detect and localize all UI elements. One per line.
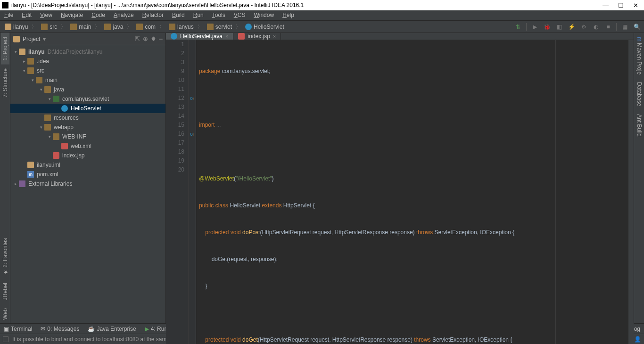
menu-refactor[interactable]: Refactor xyxy=(138,10,168,20)
crumb-helloservlet[interactable]: HelloServlet xyxy=(243,24,290,30)
tool-tab-database[interactable]: Database xyxy=(635,78,644,110)
project-sidebar: Project ▾ ⇱ ⊕ ✸ ⎼ ▾ ilanyu D:\IdeaProjec… xyxy=(10,33,166,323)
stop-button[interactable]: ■ xyxy=(604,23,612,31)
build-icon[interactable]: ⇅ xyxy=(514,23,522,31)
menu-help[interactable]: Help xyxy=(278,10,298,20)
maximize-button[interactable]: ☐ xyxy=(618,2,624,9)
menu-analyze[interactable]: Analyze xyxy=(109,10,138,20)
crumb-lanyus[interactable]: lanyus xyxy=(167,24,204,30)
menu-file[interactable]: File xyxy=(0,10,17,20)
tool-tab-ant[interactable]: Ant Build xyxy=(635,110,644,140)
menu-navigate[interactable]: Navigate xyxy=(57,10,87,20)
menu-window[interactable]: Window xyxy=(249,10,278,20)
tree-item[interactable]: resources xyxy=(10,113,165,123)
menu-build[interactable]: Build xyxy=(168,10,189,20)
close-button[interactable]: ✕ xyxy=(633,2,638,9)
tree-item[interactable]: ▾java xyxy=(10,85,165,94)
tree-item[interactable]: ▾webapp xyxy=(10,123,165,132)
tool-tab-jrebel[interactable]: JRebel xyxy=(1,279,9,304)
sidebar-title: Project xyxy=(23,36,40,42)
tool-tab-project[interactable]: 1: Project xyxy=(1,33,9,65)
menu-edit[interactable]: Edit xyxy=(17,10,36,20)
tool-java-enterprise[interactable]: ☕ Java Enterprise xyxy=(88,326,136,332)
tree-item[interactable]: web.xml xyxy=(10,141,165,151)
intellij-icon xyxy=(2,2,8,8)
tool-tab-favorites[interactable]: ★ 2: Favorites xyxy=(1,234,9,279)
breadcrumb[interactable]: ilanyusrcmainjavacomlanyusservletHelloSe… xyxy=(0,24,290,30)
hector-icon[interactable]: 👤 xyxy=(634,336,641,343)
menubar: FileEditViewNavigateCodeAnalyzeRefactorB… xyxy=(0,10,644,21)
menu-vcs[interactable]: VCS xyxy=(230,10,250,20)
editor-tab[interactable]: index.jsp × xyxy=(233,33,281,40)
code-editor[interactable]: package com.lanyus.servlet; import ... @… xyxy=(196,40,628,344)
tree-item[interactable]: HelloServlet xyxy=(10,104,165,113)
annotation-gutter: o↑ o↑ xyxy=(189,40,196,344)
tree-item[interactable]: ▾src xyxy=(10,66,165,75)
profile-button[interactable]: ◐ xyxy=(592,23,600,31)
debug-button[interactable]: 🐞 xyxy=(543,23,551,31)
tool-tab-structure[interactable]: 7: Structure xyxy=(1,65,9,101)
override-icon[interactable]: o↑ xyxy=(189,94,196,103)
tool-tab-web[interactable]: Web xyxy=(1,304,9,323)
crumb-src[interactable]: src xyxy=(39,24,67,30)
close-tab-icon[interactable]: × xyxy=(225,33,228,39)
navigation-bar: ilanyusrcmainjavacomlanyusservletHelloSe… xyxy=(0,21,644,33)
crumb-servlet[interactable]: servlet xyxy=(205,24,242,30)
tree-item[interactable]: ▾WEB-INF xyxy=(10,132,165,141)
left-tool-strip: 1: Project 7: Structure ★ 2: Favorites J… xyxy=(0,33,10,323)
tree-item[interactable]: mpom.xml xyxy=(10,170,165,179)
editor-tab[interactable]: HelloServlet.java × xyxy=(166,33,233,40)
jrebel-run-icon[interactable]: ⚡ xyxy=(567,23,576,31)
run-button[interactable]: ▶ xyxy=(530,23,539,31)
editor-area: HelloServlet.java ×index.jsp × 123910111… xyxy=(166,33,634,323)
tree-item[interactable]: ▾main xyxy=(10,75,165,85)
collapse-icon[interactable]: ⇱ xyxy=(135,35,140,42)
status-toggle-icon[interactable] xyxy=(3,336,8,342)
tree-root[interactable]: ▾ ilanyu D:\IdeaProjects\ilanyu xyxy=(10,47,165,57)
project-tree[interactable]: ▾ ilanyu D:\IdeaProjects\ilanyu ▸.idea▾s… xyxy=(10,45,165,323)
minimize-button[interactable]: — xyxy=(603,2,609,9)
override-icon[interactable]: o↑ xyxy=(189,130,196,139)
close-tab-icon[interactable]: × xyxy=(273,33,276,39)
project-icon xyxy=(13,36,20,42)
crumb-ilanyu[interactable]: ilanyu xyxy=(3,24,38,30)
crumb-java[interactable]: java xyxy=(102,24,133,30)
tree-item[interactable]: ilanyu.iml xyxy=(10,160,165,170)
menu-code[interactable]: Code xyxy=(87,10,109,20)
margin-guide xyxy=(555,40,556,344)
window-title: ilanyu - [D:\IdeaProjects\ilanyu] - [ila… xyxy=(11,2,304,8)
dropdown-icon[interactable]: ▾ xyxy=(43,36,46,42)
editor-scrollbar[interactable] xyxy=(628,40,634,344)
tool-terminal[interactable]: ▣ Terminal xyxy=(4,326,32,332)
structure-icon[interactable]: ▦ xyxy=(620,23,629,31)
menu-view[interactable]: View xyxy=(36,10,57,20)
crumb-main[interactable]: main xyxy=(68,24,101,30)
menu-run[interactable]: Run xyxy=(189,10,208,20)
right-tool-strip: m Maven Proje Database Ant Build xyxy=(634,33,644,323)
titlebar: ilanyu - [D:\IdeaProjects\ilanyu] - [ila… xyxy=(0,0,644,10)
crumb-com[interactable]: com xyxy=(134,24,166,30)
search-icon[interactable]: 🔍 xyxy=(633,23,641,31)
menu-tools[interactable]: Tools xyxy=(208,10,230,20)
tool-tab-maven[interactable]: m Maven Proje xyxy=(635,33,644,78)
hide-icon[interactable]: ⎼ xyxy=(159,35,163,42)
tree-external-libs[interactable]: ▸ External Libraries xyxy=(10,179,165,188)
gear-icon[interactable]: ✸ xyxy=(151,35,156,42)
line-numbers: 12391011121314151617181920 xyxy=(166,40,189,344)
editor-tabs: HelloServlet.java ×index.jsp × xyxy=(166,33,634,40)
tool-run[interactable]: ▶ 4: Run xyxy=(145,326,167,332)
coverage-button[interactable]: ◧ xyxy=(555,23,563,31)
tree-item[interactable]: ▾com.lanyus.servlet xyxy=(10,94,165,104)
tool-messages[interactable]: ✉ 0: Messages xyxy=(41,326,79,332)
tree-item[interactable]: index.jsp xyxy=(10,151,165,160)
tree-item[interactable]: ▸.idea xyxy=(10,57,165,66)
scroll-to-icon[interactable]: ⊕ xyxy=(143,35,148,42)
jrebel-debug-icon[interactable]: ⚙ xyxy=(579,23,588,31)
run-toolbar: ⇅ ▶ 🐞 ◧ ⚡ ⚙ ◐ ■ ▦ 🔍 xyxy=(514,23,641,31)
